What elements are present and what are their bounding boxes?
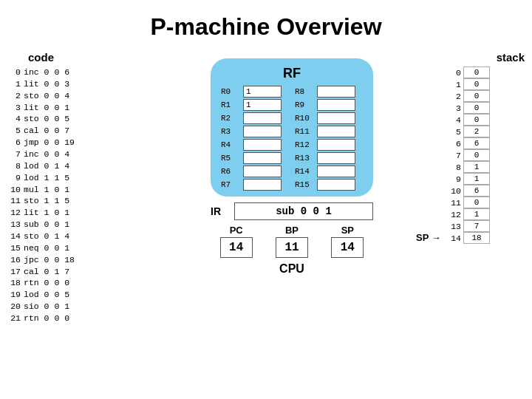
line-number: 1 (7, 78, 24, 90)
instruction: lod 1 1 5 (24, 172, 69, 184)
instruction: sio 0 0 1 (24, 301, 69, 313)
ir-value: sub 0 0 1 (234, 202, 373, 220)
rf-reg-name: R7 (221, 180, 240, 189)
stack-row: 91 (447, 173, 525, 185)
code-row: 13sub 0 0 1 (7, 219, 137, 231)
line-number: 17 (7, 266, 24, 278)
code-row: PC →14sto 0 1 4 (7, 231, 137, 242)
stack-table: 00102030405266708191106110121137SP →1418 (447, 66, 525, 244)
instruction: lit 0 0 3 (24, 78, 69, 90)
stack-row: 106 (447, 185, 525, 197)
stack-index: 13 (447, 222, 463, 231)
line-number: 16 (7, 254, 24, 266)
rf-reg-value: 1 (243, 99, 282, 111)
stack-row: 40 (447, 114, 525, 126)
line-number: 8 (7, 160, 24, 172)
stack-row: 110 (447, 197, 525, 208)
instruction: sto 0 0 4 (24, 90, 69, 102)
rf-row-right: R12 (295, 139, 363, 151)
line-number: 12 (7, 207, 24, 219)
line-number: 19 (7, 289, 24, 301)
stack-index: 4 (447, 115, 463, 125)
code-row: 8lod 0 1 4 (7, 160, 137, 172)
sp-value: 14 (331, 237, 364, 258)
line-number: 0 (7, 66, 24, 78)
rf-reg-value (243, 139, 282, 151)
bp-value: 11 (276, 237, 308, 258)
line-number: 7 (7, 149, 24, 160)
rf-reg-name: R9 (295, 100, 314, 109)
code-row: 19lod 0 0 5 (7, 289, 137, 301)
rf-row-left: R4 (221, 139, 289, 151)
rf-reg-name: R10 (295, 114, 314, 123)
instruction: inc 0 0 6 (24, 66, 69, 78)
stack-index: 3 (447, 103, 463, 113)
stack-index: 12 (447, 210, 463, 219)
rf-reg-name: R5 (221, 154, 240, 163)
code-row: 18rtn 0 0 0 (7, 277, 137, 289)
code-row: 10mul 1 0 1 (7, 184, 137, 196)
stack-row: 81 (447, 161, 525, 173)
rf-reg-value (317, 152, 355, 164)
rf-reg-value (243, 126, 282, 137)
code-row: 17cal 0 1 7 (7, 266, 137, 278)
code-row: 2sto 0 0 4 (7, 90, 137, 102)
rf-row-right: R8 (295, 86, 363, 98)
instruction: sto 0 0 5 (24, 113, 69, 125)
rf-reg-value (317, 126, 355, 137)
instruction: cal 0 1 7 (24, 266, 69, 278)
stack-value: 0 (463, 197, 490, 208)
sp-col: SP 14 (322, 225, 373, 258)
rf-reg-value (243, 166, 282, 177)
stack-value: 1 (463, 173, 490, 185)
rf-row-right: R11 (295, 126, 363, 137)
code-row: 15neq 0 0 1 (7, 242, 137, 254)
stack-row: SP →1418 (447, 232, 525, 244)
stack-row: 66 (447, 137, 525, 149)
rf-reg-value (317, 139, 355, 151)
rf-reg-name: R13 (295, 154, 314, 163)
instruction: cal 0 0 7 (24, 125, 69, 137)
ir-row: IR sub 0 0 1 (211, 202, 373, 220)
code-row: 6jmp 0 0 19 (7, 137, 137, 149)
rf-row-left: R7 (221, 179, 289, 191)
stack-value: 6 (463, 185, 490, 197)
line-number: 21 (7, 313, 24, 324)
bp-label: BP (285, 225, 299, 236)
instruction: jpc 0 0 18 (24, 254, 75, 266)
pc-value: 14 (220, 237, 253, 258)
code-row: 21rtn 0 0 0 (7, 313, 137, 324)
rf-reg-name: R3 (221, 127, 240, 136)
rf-row-right: R14 (295, 166, 363, 177)
stack-index: 2 (447, 92, 463, 101)
stack-index: 5 (447, 127, 463, 137)
rf-row-right: R9 (295, 99, 363, 111)
instruction: lod 0 0 5 (24, 289, 69, 301)
stack-row: 30 (447, 102, 525, 114)
stack-index: 6 (447, 139, 463, 149)
stack-row: 10 (447, 78, 525, 90)
rf-reg-name: R1 (221, 100, 240, 109)
stack-row: 00 (447, 66, 525, 78)
pc-col: PC 14 (211, 225, 262, 258)
stack-value: 6 (463, 137, 490, 149)
pcbpsp-row: PC 14 BP 11 SP 14 (211, 225, 373, 258)
instruction: neq 0 0 1 (24, 242, 69, 254)
rf-reg-value (317, 166, 355, 177)
stack-value: 0 (463, 149, 490, 161)
rf-reg-name: R4 (221, 140, 240, 149)
stack-row: 20 (447, 90, 525, 102)
cpu-label: CPU (279, 262, 304, 276)
stack-value: 1 (463, 208, 490, 220)
stack-value: 2 (463, 126, 490, 137)
code-row: 11sto 1 1 5 (7, 195, 137, 207)
rf-row-right: R13 (295, 152, 363, 164)
rf-reg-value (317, 179, 355, 191)
line-number: 9 (7, 172, 24, 184)
code-section: code 0inc 0 0 61lit 0 0 32sto 0 0 43lit … (7, 51, 137, 324)
rf-reg-value (243, 152, 282, 164)
line-number: 15 (7, 242, 24, 254)
sp-arrow: SP → (416, 232, 441, 243)
instruction: mul 1 0 1 (24, 184, 69, 196)
cpu-section: RF R01R8R11R9R2R10R3R11R4R12R5R13R6R14R7… (144, 58, 440, 276)
